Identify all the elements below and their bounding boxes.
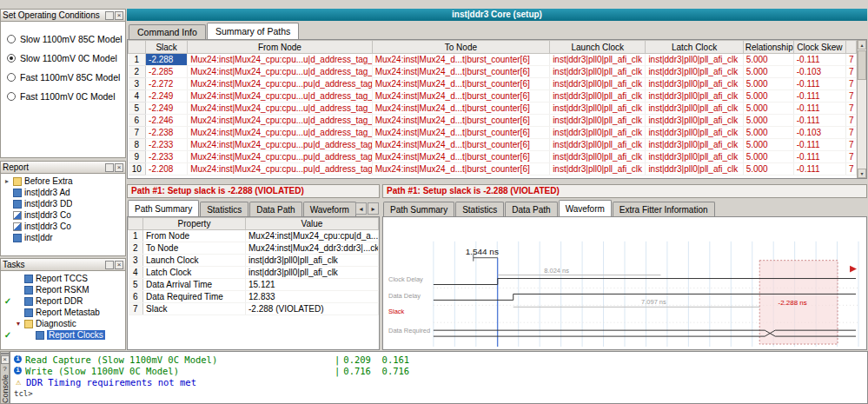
path-cell[interactable]: 5.000	[743, 54, 793, 66]
column-header-latch-clock[interactable]: Latch Clock	[646, 41, 743, 54]
path-cell[interactable]: 5.000	[743, 90, 793, 103]
report-tree-item[interactable]: inst|ddr3 Co	[1, 209, 125, 221]
tab-extra-fitter-information[interactable]: Extra Fitter Information	[613, 202, 715, 216]
tcl-prompt[interactable]: tcl>	[14, 389, 864, 398]
path-cell[interactable]: inst|ddr3|pll0|pll_afi_clk	[550, 139, 646, 151]
summary-row[interactable]: 6Data Required Time12.833	[129, 291, 379, 303]
path-cell[interactable]: 7	[845, 78, 856, 90]
tab-path-summary[interactable]: Path Summary	[128, 200, 199, 216]
path-row[interactable]: 7-2.238Mux24:inst|Mux24_cpu:cpu...u|d_ad…	[129, 127, 857, 139]
path-cell[interactable]: Mux24:inst|Mux24_cpu:cpu...u|d_address_t…	[188, 115, 373, 127]
radio-option-fast-1100mv-85c-model[interactable]: Fast 1100mV 85C Model	[1, 68, 125, 87]
scroll-down-icon[interactable]: ▾	[858, 169, 866, 178]
path-cell[interactable]: Mux24:inst|Mux24_cpu:cpu...pu|d_address_…	[188, 78, 373, 90]
path-cell[interactable]: inst|ddr3|pll0|pll_afi_clk	[550, 54, 646, 66]
tab-data-path[interactable]: Data Path	[249, 202, 301, 216]
path-row[interactable]: 9-2.233Mux24:inst|Mux24_cpu:cpu...pu|d_a…	[129, 151, 857, 163]
report-tree-item[interactable]: inst|ddr3 Co	[1, 221, 125, 232]
path-cell[interactable]: Mux24:inst|Mux24_d...t|burst_counter[6]	[372, 139, 549, 151]
path-cell[interactable]: Mux24:inst|Mux24_d...t|burst_counter[6]	[372, 103, 549, 115]
slack-cell[interactable]: -2.272	[146, 78, 188, 90]
report-tree-item[interactable]: inst|ddr	[1, 232, 125, 243]
path-cell[interactable]: Mux24:inst|Mux24_cpu:cpu...pu|d_address_…	[188, 151, 373, 163]
path-cell[interactable]: 7	[845, 103, 856, 115]
tab-waveform[interactable]: Waveform	[559, 200, 612, 216]
expander-icon[interactable]: ▸	[3, 177, 10, 185]
column-header-clock-skew[interactable]: Clock Skew	[793, 41, 845, 54]
path-cell[interactable]: -0.103	[793, 66, 845, 78]
path-row[interactable]: 6-2.246Mux24:inst|Mux24_cpu:cpu...u|d_ad…	[129, 115, 857, 127]
path-cell[interactable]: Mux24:inst|Mux24_d...t|burst_counter[6]	[372, 163, 549, 176]
summary-row[interactable]: 5Data Arrival Time15.121	[129, 279, 379, 291]
slack-cell[interactable]: -2.208	[146, 163, 188, 176]
report-tree-item[interactable]: inst|ddr3 Ad	[1, 187, 125, 198]
path-cell[interactable]: -0.111	[793, 163, 845, 176]
path-cell[interactable]: -0.111	[793, 139, 845, 151]
tab-path-summary[interactable]: Path Summary	[383, 202, 454, 216]
tab-data-path[interactable]: Data Path	[505, 202, 557, 216]
path-row[interactable]: 5-2.249Mux24:inst|Mux24_cpu:cpu...u|d_ad…	[129, 103, 857, 115]
close-icon[interactable]: ×	[115, 11, 123, 20]
float-icon[interactable]	[105, 163, 114, 172]
summary-row[interactable]: 4Latch Clockinst|ddr3|pll0|pll_afi_clk	[129, 267, 379, 279]
path-cell[interactable]: 7	[845, 66, 856, 78]
path-row[interactable]: 2-2.285Mux24:inst|Mux24_cpu:cpu...u|d_ad…	[129, 66, 857, 78]
path-row[interactable]: 3-2.272Mux24:inst|Mux24_cpu:cpu...pu|d_a…	[129, 78, 857, 90]
path-cell[interactable]: inst|ddr3|pll0|pll_afi_clk	[550, 78, 646, 90]
path-cell[interactable]: inst|ddr3|pll0|pll_afi_clk	[646, 90, 743, 103]
summary-row[interactable]: 2To NodeMux24:inst|Mux24_ddr3:ddr3|...ck…	[129, 242, 379, 255]
summary-row[interactable]: 7Slack-2.288 (VIOLATED)	[129, 303, 379, 315]
column-header-property[interactable]: Property	[143, 218, 246, 230]
column-header-launch-clock[interactable]: Launch Clock	[550, 41, 646, 54]
path-cell[interactable]: Mux24:inst|Mux24_cpu:cpu...u|d_address_t…	[188, 54, 373, 66]
path-cell[interactable]: inst|ddr3|pll0|pll_afi_clk	[646, 115, 743, 127]
task-item-report-ddr[interactable]: ✓Report DDR	[1, 295, 125, 307]
path-cell[interactable]: Mux24:inst|Mux24_cpu:cpu...u|d_address_t…	[188, 127, 373, 139]
path-cell[interactable]: -0.111	[793, 90, 845, 103]
path-cell[interactable]: inst|ddr3|pll0|pll_afi_clk	[550, 66, 646, 78]
path-row[interactable]: 4-2.249Mux24:inst|Mux24_cpu:cpu...u|d_ad…	[129, 90, 857, 103]
radio-button[interactable]	[7, 35, 16, 43]
path-cell[interactable]: 5.000	[743, 127, 793, 139]
radio-option-fast-1100mv-0c-model[interactable]: Fast 1100mV 0C Model	[1, 87, 125, 106]
path-cell[interactable]: inst|ddr3|pll0|pll_afi_clk	[646, 151, 743, 163]
path-cell[interactable]: inst|ddr3|pll0|pll_afi_clk	[646, 54, 743, 66]
path-row[interactable]: 8-2.233Mux24:inst|Mux24_cpu:cpu...pu|d_a…	[129, 139, 857, 151]
path-cell[interactable]: -0.111	[793, 54, 845, 66]
path-cell[interactable]: inst|ddr3|pll0|pll_afi_clk	[646, 103, 743, 115]
path-cell[interactable]: Mux24:inst|Mux24_cpu:cpu...pu|d_address_…	[188, 163, 373, 176]
path-cell[interactable]: inst|ddr3|pll0|pll_afi_clk	[550, 90, 646, 103]
path-cell[interactable]: -0.111	[793, 151, 845, 163]
vertical-scrollbar[interactable]: ▴ ▾	[857, 40, 866, 178]
path-cell[interactable]: Mux24:inst|Mux24_cpu:cpu...pu|d_address_…	[188, 139, 373, 151]
path-cell[interactable]: 5.000	[743, 78, 793, 90]
scroll-up-icon[interactable]: ▴	[858, 40, 866, 50]
path-row[interactable]: 10-2.208Mux24:inst|Mux24_cpu:cpu...pu|d_…	[129, 163, 857, 176]
tab-command-info[interactable]: Command Info	[129, 24, 206, 39]
path-cell[interactable]: inst|ddr3|pll0|pll_afi_clk	[550, 163, 646, 176]
path-cell[interactable]: Mux24:inst|Mux24_d...t|burst_counter[6]	[372, 90, 549, 103]
path-cell[interactable]: inst|ddr3|pll0|pll_afi_clk	[646, 139, 743, 151]
path-cell[interactable]: inst|ddr3|pll0|pll_afi_clk	[646, 163, 743, 176]
tab-scroll-left-icon[interactable]: ◂	[355, 202, 367, 215]
float-icon[interactable]	[105, 11, 114, 20]
column-header-value[interactable]: Value	[246, 218, 379, 230]
report-tree-item[interactable]: inst|ddr3 DD	[1, 198, 125, 209]
path-row[interactable]: 1-2.288Mux24:inst|Mux24_cpu:cpu...u|d_ad…	[129, 54, 857, 66]
path-cell[interactable]: inst|ddr3|pll0|pll_afi_clk	[646, 78, 743, 90]
tab-summary-of-paths[interactable]: Summary of Paths	[207, 23, 299, 39]
float-icon[interactable]	[105, 261, 114, 269]
task-item-report-tccs[interactable]: Report TCCS	[1, 273, 125, 284]
path-cell[interactable]: Mux24:inst|Mux24_cpu:cpu...u|d_address_t…	[188, 66, 373, 78]
slack-cell[interactable]: -2.233	[146, 151, 188, 163]
tab-scroll-right-icon[interactable]: ▸	[368, 202, 379, 215]
path-cell[interactable]: Mux24:inst|Mux24_d...t|burst_counter[6]	[372, 151, 549, 163]
tab-waveform[interactable]: Waveform	[303, 202, 356, 216]
path-cell[interactable]: inst|ddr3|pll0|pll_afi_clk	[550, 151, 646, 163]
expander-icon[interactable]: ▾	[15, 320, 22, 328]
path-cell[interactable]: 5.000	[743, 66, 793, 78]
task-item-report-rskm[interactable]: Report RSKM	[1, 284, 125, 295]
column-header-cut[interactable]	[845, 41, 856, 54]
close-icon[interactable]: ×	[115, 261, 123, 269]
radio-button[interactable]	[7, 73, 16, 82]
